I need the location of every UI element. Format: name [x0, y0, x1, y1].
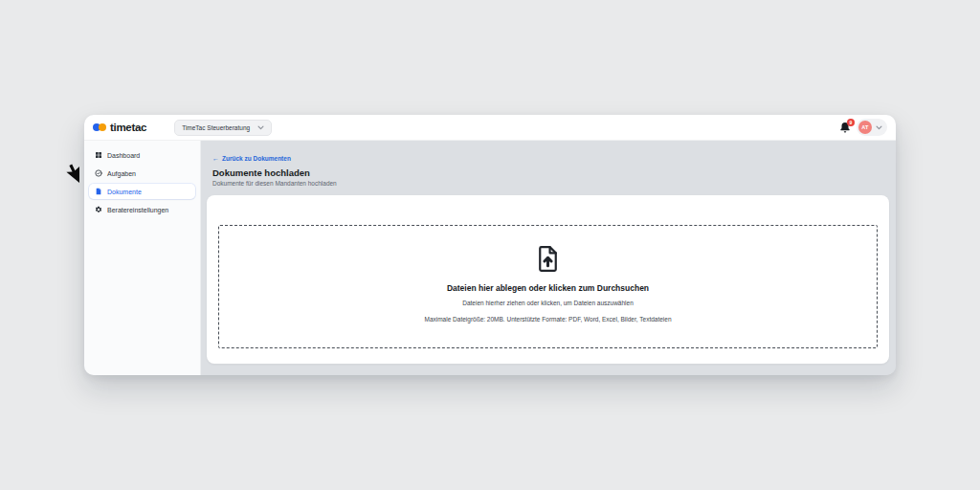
header-right-group: 9 AT: [839, 119, 887, 136]
upload-card: Dateien hier ablegen oder klicken zum Du…: [207, 195, 889, 364]
sidebar-item-label: Beratereinstellungen: [107, 207, 168, 213]
notifications-button[interactable]: 9: [839, 122, 851, 134]
user-menu-button[interactable]: AT: [857, 119, 887, 136]
sidebar-item-label: Dashboard: [107, 152, 140, 159]
check-circle-icon: [95, 169, 102, 177]
back-link-label: Zurück zu Dokumenten: [222, 155, 291, 162]
sidebar-item-dokumente[interactable]: Dokumente: [89, 184, 195, 199]
sidebar-item-label: Dokumente: [107, 189, 142, 195]
dropzone-hint: Maximale Dateigröße: 20MB. Unterstützte …: [424, 316, 671, 323]
dropzone-subline: Dateien hierher ziehen oder klicken, um …: [462, 300, 634, 306]
sidebar-item-label: Aufgaben: [107, 170, 136, 177]
page-header-block: ← Zurück zu Dokumenten Dokumente hochlad…: [207, 147, 889, 187]
app-logo: timetac: [93, 122, 146, 133]
logo-text: timetac: [110, 122, 146, 133]
chevron-down-icon: [876, 125, 882, 130]
logo-dots-icon: [93, 123, 106, 131]
dropzone-headline: Dateien hier ablegen oder klicken zum Du…: [447, 283, 649, 293]
sidebar-nav: Dashboard Aufgaben Dokumente Beratereins…: [84, 141, 201, 375]
app-body: Dashboard Aufgaben Dokumente Beratereins…: [84, 141, 896, 375]
arrow-left-icon: ←: [212, 155, 219, 162]
app-window: timetac TimeTac Steuerberatung 9 AT: [84, 115, 896, 375]
tenant-selector-value: TimeTac Steuerberatung: [182, 124, 250, 131]
back-to-documents-link[interactable]: ← Zurück zu Dokumenten: [212, 155, 291, 162]
document-icon: [95, 188, 102, 195]
sidebar-item-dashboard[interactable]: Dashboard: [89, 147, 195, 163]
page-title: Dokumente hochladen: [212, 167, 889, 178]
dashboard-grid-icon: [95, 151, 102, 159]
chevron-down-icon: [257, 125, 264, 130]
page-subtitle: Dokumente für diesen Mandanten hochladen: [212, 180, 889, 187]
page-canvas: { "header": { "logo_text": "timetac", "t…: [0, 0, 980, 490]
main-content: ← Zurück zu Dokumenten Dokumente hochlad…: [201, 141, 896, 375]
file-upload-icon: [532, 243, 564, 275]
sidebar-item-aufgaben[interactable]: Aufgaben: [89, 166, 195, 181]
notification-badge: 9: [847, 119, 855, 126]
file-dropzone[interactable]: Dateien hier ablegen oder klicken zum Du…: [218, 225, 878, 348]
tenant-selector-dropdown[interactable]: TimeTac Steuerberatung: [174, 120, 272, 136]
gear-icon: [95, 206, 102, 213]
sidebar-item-beratereinstellungen[interactable]: Beratereinstellungen: [89, 202, 195, 217]
mouse-cursor-icon: [61, 163, 84, 186]
app-header: timetac TimeTac Steuerberatung 9 AT: [84, 115, 896, 141]
user-avatar: AT: [858, 121, 872, 134]
